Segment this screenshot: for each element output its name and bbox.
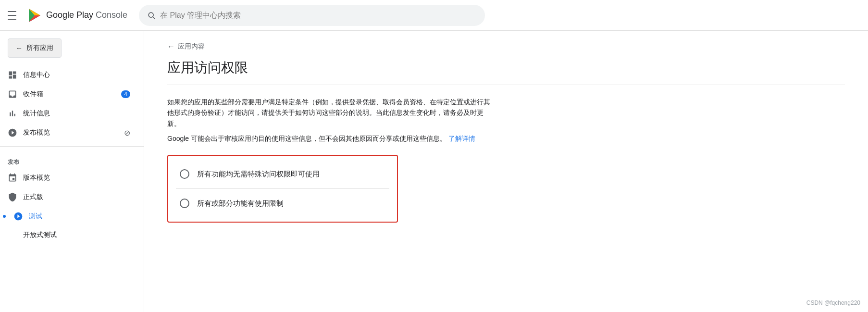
publish-overview-label: 发布概览 <box>23 128 50 137</box>
google-play-logo-icon <box>27 8 42 23</box>
publish-icon <box>8 128 17 137</box>
test-label: 测试 <box>29 212 42 221</box>
all-apps-label: 所有应用 <box>26 44 53 52</box>
breadcrumb-arrow: ← <box>167 42 175 51</box>
radio-circle-no-restriction <box>180 169 189 179</box>
radio-label-no-restriction: 所有功能均无需特殊访问权限即可使用 <box>197 170 320 179</box>
app-title: Google Play Console <box>46 10 127 20</box>
release-label: 正式版 <box>23 193 43 201</box>
open-test-label: 开放式测试 <box>23 231 57 239</box>
back-arrow-icon: ← <box>16 44 23 52</box>
breadcrumb[interactable]: ← 应用内容 <box>167 42 845 51</box>
sidebar-item-version-overview[interactable]: 版本概览 <box>0 168 138 187</box>
sidebar-item-release[interactable]: 正式版 <box>0 187 138 207</box>
sidebar-item-dashboard[interactable]: 信息中心 <box>0 65 138 85</box>
radio-label-has-restriction: 所有或部分功能有使用限制 <box>197 199 284 208</box>
test-icon <box>13 212 23 221</box>
logo-area: Google Play Console <box>27 8 127 23</box>
radio-option-has-restriction[interactable]: 所有或部分功能有使用限制 <box>168 189 397 218</box>
search-bar[interactable] <box>139 5 485 26</box>
all-apps-back-button[interactable]: ← 所有应用 <box>8 38 62 58</box>
sidebar-item-inbox[interactable]: 收件箱 4 <box>0 85 138 104</box>
search-icon <box>147 11 156 20</box>
learn-more-link[interactable]: 了解详情 <box>448 135 475 142</box>
publish-restricted-icon: ⊘ <box>124 128 130 137</box>
main-layout: ← 所有应用 信息中心 收件箱 4 统计信息 <box>0 31 868 312</box>
version-icon <box>8 173 17 183</box>
radio-circle-has-restriction <box>180 199 189 208</box>
sidebar: ← 所有应用 信息中心 收件箱 4 统计信息 <box>0 31 144 312</box>
release-icon <box>8 192 17 202</box>
sidebar-item-statistics[interactable]: 统计信息 <box>0 104 138 123</box>
sidebar-divider <box>0 146 144 147</box>
statistics-label: 统计信息 <box>23 109 50 118</box>
active-dot-icon <box>3 215 6 218</box>
sidebar-item-open-test[interactable]: 开放式测试 <box>0 226 138 244</box>
watermark: CSDN @fqcheng220 <box>806 300 860 306</box>
publish-section-label: 发布 <box>0 150 144 168</box>
inbox-badge: 4 <box>121 90 130 98</box>
top-header: Google Play Console <box>0 0 868 31</box>
search-input[interactable] <box>160 11 477 20</box>
google-info-text: Google 可能会出于审核应用的目的使用这些信息，但不会因其他原因而分享或使用… <box>167 135 494 143</box>
description-text: 如果您的应用的某些部分需要用户满足特定条件（例如，提供登录凭据、取得会员资格、在… <box>167 97 494 129</box>
breadcrumb-label: 应用内容 <box>178 42 205 51</box>
content-area: ← 应用内容 应用访问权限 如果您的应用的某些部分需要用户满足特定条件（例如，提… <box>144 31 868 312</box>
version-overview-label: 版本概览 <box>23 174 50 182</box>
stats-icon <box>8 109 17 118</box>
selection-box: 所有功能均无需特殊访问权限即可使用 所有或部分功能有使用限制 <box>167 155 398 223</box>
page-title: 应用访问权限 <box>167 59 845 85</box>
inbox-label: 收件箱 <box>23 90 43 99</box>
hamburger-menu-icon[interactable] <box>8 10 19 21</box>
sidebar-item-publish-overview[interactable]: 发布概览 ⊘ <box>0 123 138 142</box>
radio-option-no-restriction[interactable]: 所有功能均无需特殊访问权限即可使用 <box>168 160 397 188</box>
sidebar-item-test[interactable]: 测试 <box>0 207 138 226</box>
dashboard-label: 信息中心 <box>23 71 50 79</box>
dashboard-icon <box>8 70 17 80</box>
inbox-icon <box>8 89 17 99</box>
